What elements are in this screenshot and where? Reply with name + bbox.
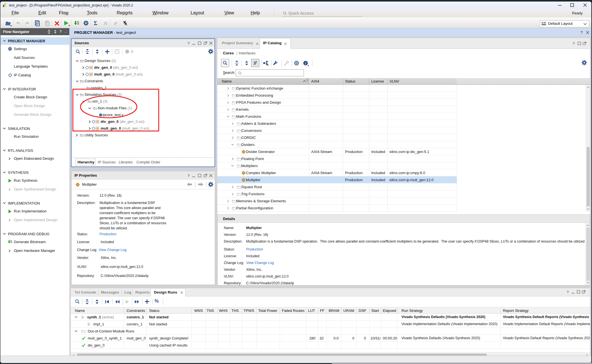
svg-text:?: ? xyxy=(116,50,118,53)
svg-text:01: 01 xyxy=(77,21,79,23)
svg-text:10: 10 xyxy=(10,241,12,243)
svg-text:10: 10 xyxy=(77,23,79,25)
